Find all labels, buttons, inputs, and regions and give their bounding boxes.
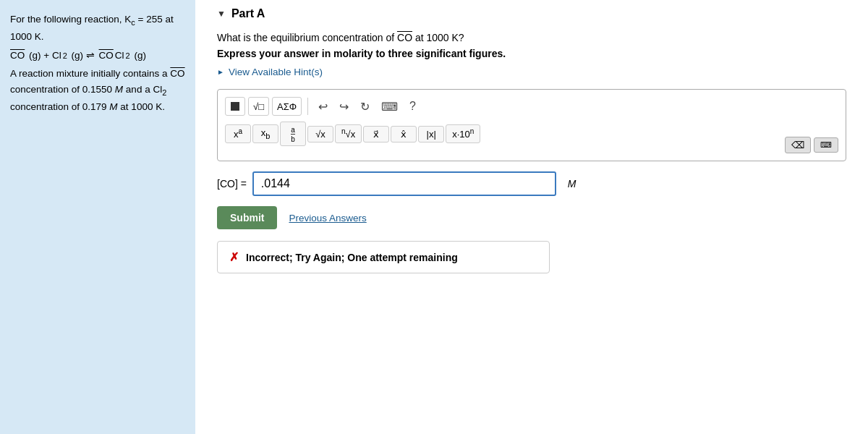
right-panel: ▼ Part A What is the equilibrium concent… [195,0,868,434]
incorrect-text: Incorrect; Try Again; One attempt remain… [246,252,458,263]
palette-btn[interactable] [225,97,245,116]
secondary-toolbar: ⌫ ⌨ [785,137,838,153]
toolbar-sep1 [307,98,308,115]
buttons-row: Submit Previous Answers [217,206,846,229]
ab-btn[interactable]: a b [280,122,306,146]
incorrect-box: ✗ Incorrect; Try Again; One attempt rema… [217,241,550,273]
math-symbols-wrap: xa xb a b √x n√x x⃗ x̂ |x| x∙10n ⌫ ⌨ [225,122,838,153]
keyboard-toggle-btn[interactable]: ⌨ [377,98,402,116]
math-toolbar-symbols: xa xb a b √x n√x x⃗ x̂ |x| x∙10n [225,122,480,146]
sqrt-btn[interactable]: √x [307,126,333,142]
input-label: [CO] = [217,178,247,190]
math-editor: √□ ΑΣΦ ↩ ↪ ↻ ⌨ ? xa xb a b [217,89,846,161]
help-btn[interactable]: ? [405,98,420,115]
input-row: [CO] = M [217,171,846,196]
instruction-text: Express your answer in molarity to three… [217,48,846,59]
redo-btn[interactable]: ↪ [335,98,353,116]
xb-btn[interactable]: xb [252,124,278,143]
greek-label: ΑΣΦ [277,101,297,112]
hint-arrow-icon: ► [217,68,224,76]
nthroot-btn[interactable]: n√x [335,124,362,142]
submit-button[interactable]: Submit [217,206,277,229]
math-toolbar-top: √□ ΑΣΦ ↩ ↪ ↻ ⌨ ? [225,97,838,116]
sci-btn[interactable]: x∙10n [446,124,480,142]
vec-btn[interactable]: x⃗ [363,126,389,142]
left-panel: For the following reaction, Kc = 255 at … [0,0,195,434]
refresh-btn[interactable]: ↻ [356,98,374,116]
hint-label[interactable]: View Available Hint(s) [229,67,323,77]
hint-link[interactable]: ► View Available Hint(s) [217,67,846,77]
greek-btn[interactable]: ΑΣΦ [272,97,302,116]
part-header: ▼ Part A [217,7,846,20]
x-icon: ✗ [229,250,239,264]
radical-btn[interactable]: √□ [248,97,269,116]
problem-statement: For the following reaction, Kc = 255 at … [10,12,185,115]
previous-answers-link[interactable]: Previous Answers [289,213,366,224]
hat-btn[interactable]: x̂ [391,126,417,142]
abs-btn[interactable]: |x| [418,126,444,142]
part-title: Part A [231,7,265,20]
undo-btn[interactable]: ↩ [314,98,332,116]
unit-label: M [568,178,576,190]
part-arrow: ▼ [217,9,226,19]
xa-btn[interactable]: xa [225,124,251,142]
question-text: What is the equilibrium concentration of… [217,32,846,43]
answer-input[interactable] [252,171,556,196]
delete-btn[interactable]: ⌫ [785,137,811,153]
keyboard-btn2[interactable]: ⌨ [814,137,838,153]
